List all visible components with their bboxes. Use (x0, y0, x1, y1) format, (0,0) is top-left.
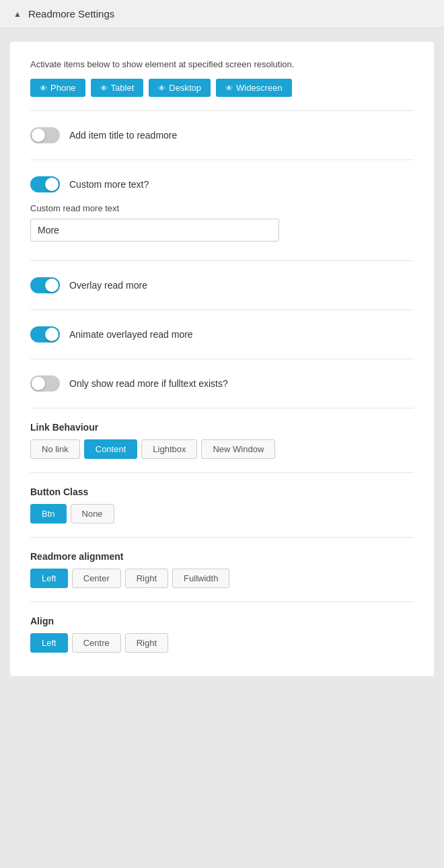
tablet-button[interactable]: 👁 Tablet (91, 79, 144, 97)
readmore-alignment-options: Left Center Right Fullwidth (30, 569, 414, 588)
button-class-label: Button Class (30, 486, 414, 497)
animate-overlay-label: Animate overlayed read more (69, 329, 193, 340)
content-button[interactable]: Content (84, 439, 138, 459)
readmore-alignment-label: Readmore alignment (30, 551, 414, 562)
eye-icon: 👁 (40, 84, 47, 92)
align-section: Align Left Centre Right (30, 616, 414, 653)
eye-icon: 👁 (100, 84, 108, 92)
eye-icon: 👁 (158, 84, 165, 92)
alignment-fullwidth-button[interactable]: Fullwidth (172, 569, 229, 588)
add-item-title-toggle[interactable] (30, 127, 60, 143)
btn-class-none-button[interactable]: None (71, 504, 114, 523)
header-title: Readmore Settings (28, 8, 114, 20)
btn-class-btn-button[interactable]: Btn (30, 504, 67, 523)
divider-3 (30, 260, 414, 261)
widescreen-button[interactable]: 👁 Widescreen (216, 79, 292, 97)
align-centre-button[interactable]: Centre (72, 633, 121, 653)
settings-card: Activate items below to show element at … (10, 42, 434, 676)
overlay-read-more-toggle[interactable] (30, 277, 60, 293)
animate-overlay-toggle[interactable] (30, 326, 60, 342)
divider-1 (30, 110, 414, 111)
divider-6 (30, 408, 414, 408)
resolution-label: Activate items below to show element at … (30, 59, 414, 71)
divider-8 (30, 537, 414, 538)
custom-more-text-label: Custom more text? (69, 179, 149, 190)
align-options: Left Centre Right (30, 633, 414, 653)
only-show-fulltext-row: Only show read more if fulltext exists? (30, 373, 414, 394)
collapse-icon[interactable]: ▲ (13, 9, 22, 19)
add-item-title-label: Add item title to readmore (69, 130, 177, 141)
divider-5 (30, 359, 414, 359)
custom-read-more-input[interactable] (30, 219, 279, 242)
divider-4 (30, 310, 414, 310)
alignment-right-button[interactable]: Right (125, 569, 168, 588)
overlay-read-more-label: Overlay read more (69, 280, 147, 291)
new-window-button[interactable]: New Window (201, 439, 275, 459)
alignment-center-button[interactable]: Center (72, 569, 121, 588)
animate-overlay-row: Animate overlayed read more (30, 324, 414, 345)
field-label: Custom read more text (30, 203, 414, 213)
link-behaviour-label: Link Behaviour (30, 422, 414, 433)
link-behaviour-options: No link Content Lightbox New Window (30, 439, 414, 459)
phone-button[interactable]: 👁 Phone (30, 79, 85, 97)
link-behaviour-section: Link Behaviour No link Content Lightbox … (30, 422, 414, 459)
eye-icon: 👁 (225, 84, 233, 92)
resolution-buttons: 👁 Phone 👁 Tablet 👁 Desktop 👁 Widescreen (30, 79, 414, 97)
readmore-alignment-section: Readmore alignment Left Center Right Ful… (30, 551, 414, 588)
align-label: Align (30, 616, 414, 626)
align-left-button[interactable]: Left (30, 633, 68, 653)
only-show-fulltext-label: Only show read more if fulltext exists? (69, 378, 228, 389)
custom-more-text-row: Custom more text? (30, 174, 414, 195)
resolution-section: Activate items below to show element at … (30, 59, 414, 97)
divider-2 (30, 159, 414, 160)
button-class-options: Btn None (30, 504, 414, 523)
alignment-left-button[interactable]: Left (30, 569, 68, 588)
add-item-title-row: Add item title to readmore (30, 124, 414, 146)
divider-9 (30, 602, 414, 602)
overlay-read-more-row: Overlay read more (30, 275, 414, 296)
only-show-fulltext-toggle[interactable] (30, 375, 60, 392)
lightbox-button[interactable]: Lightbox (141, 439, 197, 459)
header: ▲ Readmore Settings (0, 0, 444, 28)
no-link-button[interactable]: No link (30, 439, 80, 459)
custom-more-text-toggle[interactable] (30, 176, 60, 192)
custom-read-more-section: Custom read more text (30, 203, 414, 242)
align-right-button[interactable]: Right (125, 633, 168, 653)
desktop-button[interactable]: 👁 Desktop (149, 79, 211, 97)
button-class-section: Button Class Btn None (30, 486, 414, 523)
divider-7 (30, 472, 414, 473)
